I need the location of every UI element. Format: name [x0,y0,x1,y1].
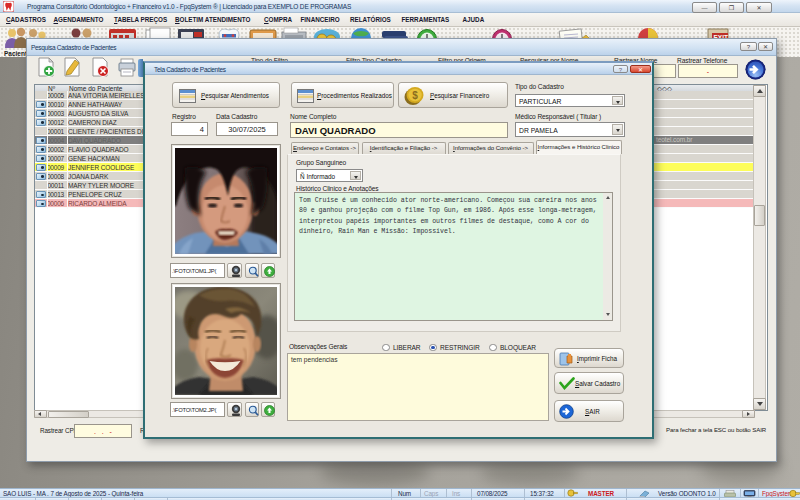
svg-text:$: $ [412,90,418,101]
